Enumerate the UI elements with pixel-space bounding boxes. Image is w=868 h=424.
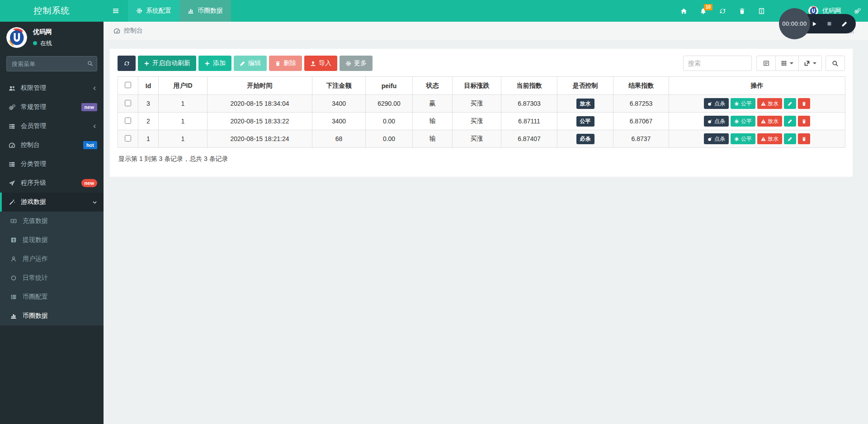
edit-row-button[interactable]	[784, 98, 796, 109]
kill-button[interactable]: 点杀	[704, 133, 729, 144]
sidebar-toggle-button[interactable]	[104, 0, 128, 22]
sidebar-search	[6, 56, 97, 71]
sidebar-subitem-label: 用户运作	[23, 255, 48, 263]
notifications-button[interactable]: 10	[700, 8, 707, 14]
sidebar-user-panel: 优码网 在线	[0, 22, 104, 52]
new-badge: new	[81, 179, 97, 187]
table-row: 2 1 2020-08-15 18:33:22 3400 0.00 输 买涨 6…	[118, 113, 845, 130]
fair-button[interactable]: 公平	[731, 116, 755, 127]
cell-result-index: 6.87067	[613, 113, 669, 130]
auto-refresh-button[interactable]: 开启自动刷新	[138, 56, 196, 71]
tab-label: 币圈数据	[198, 7, 223, 15]
more-button[interactable]: 更多	[340, 56, 373, 71]
import-button[interactable]: 导入	[304, 56, 337, 71]
cell-status: 输	[413, 113, 453, 130]
delete-button[interactable]: 删除	[269, 56, 302, 71]
kill-button[interactable]: 点杀	[704, 116, 729, 127]
sidebar-subitem-label: 日常统计	[23, 274, 48, 282]
cell-user-id: 1	[159, 95, 208, 113]
edit-row-button[interactable]	[784, 133, 796, 144]
sidebar-subitem-coin-config[interactable]: 币圈配置	[0, 287, 104, 306]
timer-edit-button[interactable]	[841, 21, 848, 27]
select-all-checkbox[interactable]	[125, 82, 131, 88]
sidebar-subitem-recharge-data[interactable]: 充值数据	[0, 212, 104, 231]
sidebar-subitem-daily-stats[interactable]: 日常统计	[0, 269, 104, 287]
row-checkbox[interactable]	[125, 118, 131, 124]
header-id: Id	[138, 77, 159, 95]
header-result-index: 结果指数	[613, 77, 669, 95]
cell-result-index: 6.87253	[613, 95, 669, 113]
sidebar-item-console[interactable]: 控制台 hot	[0, 136, 104, 155]
home-icon	[680, 8, 687, 14]
columns-button[interactable]	[776, 56, 799, 71]
sidebar-subitem-label: 币圈数据	[23, 312, 48, 320]
timer-play-button[interactable]	[811, 21, 817, 27]
clear-trash-button[interactable]	[739, 8, 745, 14]
chevron-left-icon	[92, 86, 97, 91]
add-button[interactable]: 添加	[198, 56, 231, 71]
refresh-icon	[124, 61, 130, 66]
plus-icon	[144, 61, 150, 66]
export-button[interactable]	[799, 56, 822, 71]
toolbar-right	[683, 56, 845, 71]
table-search-input[interactable]	[683, 56, 752, 71]
row-checkbox[interactable]	[125, 135, 131, 141]
sidebar-item-members[interactable]: 会员管理	[0, 117, 104, 136]
cogs-icon	[7, 104, 16, 111]
cell-current-index: 6.87407	[501, 130, 557, 148]
sidebar-item-categories[interactable]: 分类管理	[0, 155, 104, 174]
pencil-icon	[788, 137, 793, 141]
cell-start-time: 2020-08-15 18:34:04	[208, 95, 312, 113]
sidebar-subitem-label: 充值数据	[23, 217, 48, 225]
cache-button[interactable]	[758, 8, 765, 14]
delete-row-button[interactable]	[798, 98, 810, 109]
caret-down-icon	[813, 62, 816, 64]
user-status: 在线	[33, 39, 52, 47]
cell-target: 买涨	[453, 113, 501, 130]
toggle-view-button[interactable]	[756, 56, 776, 71]
control-badge: 必杀	[576, 134, 594, 144]
sidebar-item-upgrade[interactable]: 程序升级 new	[0, 174, 104, 193]
sidebar-item-general[interactable]: 常规管理 new	[0, 98, 104, 117]
edit-button[interactable]: 编辑	[234, 56, 267, 71]
header-start-time: 开始时间	[208, 77, 312, 95]
home-button[interactable]	[680, 8, 687, 14]
release-button[interactable]: 放水	[757, 133, 782, 144]
delete-row-button[interactable]	[798, 116, 810, 127]
trash-icon	[802, 119, 807, 124]
sidebar-submenu: 充值数据 提现数据 用户运作 日常统计 币圈配置 币圈数据	[0, 212, 104, 325]
upload-icon	[310, 61, 316, 66]
cell-select	[118, 130, 138, 148]
fan-icon	[734, 137, 739, 141]
money-icon	[9, 218, 18, 224]
refresh-page-button[interactable]	[719, 8, 726, 14]
floating-timer: 00:00:00	[779, 8, 857, 41]
main-content: 控制台 游戏数据 开启自动刷新 添加 编辑	[104, 22, 868, 424]
delete-row-button[interactable]	[798, 133, 810, 144]
timer-stop-button[interactable]	[826, 20, 833, 27]
refresh-table-button[interactable]	[118, 56, 136, 71]
tab-coin-data[interactable]: 币圈数据	[179, 0, 231, 22]
search-submit-button[interactable]	[826, 56, 845, 71]
header-target: 目标涨跌	[453, 77, 501, 95]
sidebar-item-permissions[interactable]: 权限管理	[0, 79, 104, 98]
sidebar-subitem-withdraw-data[interactable]: 提现数据	[0, 231, 104, 250]
edit-row-button[interactable]	[784, 116, 796, 127]
fair-button[interactable]: 公平	[731, 98, 755, 109]
kill-button[interactable]: 点杀	[704, 98, 729, 109]
sidebar-item-game-data[interactable]: 游戏数据	[0, 193, 104, 212]
release-button[interactable]: 放水	[757, 116, 782, 127]
sidebar-search-input[interactable]	[6, 56, 97, 71]
release-button[interactable]: 放水	[757, 98, 782, 109]
cell-status: 输	[413, 130, 453, 148]
tab-system-config[interactable]: 系统配置	[128, 0, 179, 22]
trash-icon	[802, 101, 807, 106]
bomb-icon	[708, 119, 712, 124]
row-checkbox[interactable]	[125, 100, 131, 106]
sidebar-subitem-user-operation[interactable]: 用户运作	[0, 250, 104, 269]
search-icon[interactable]	[87, 61, 93, 66]
fair-button[interactable]: 公平	[731, 133, 755, 144]
app-title: 控制系统	[0, 0, 104, 22]
bar-chart-icon	[9, 313, 18, 319]
sidebar-subitem-coin-data[interactable]: 币圈数据	[0, 306, 104, 325]
